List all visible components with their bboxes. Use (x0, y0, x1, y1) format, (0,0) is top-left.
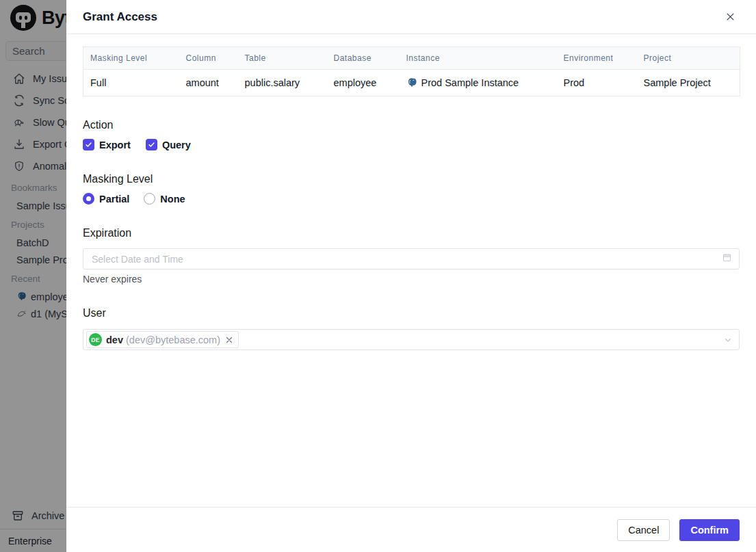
cell-environment: Prod (557, 70, 637, 96)
user-avatar: DE (89, 333, 102, 346)
cell-table: public.salary (238, 70, 327, 96)
query-checkbox[interactable]: Query (146, 139, 191, 150)
action-section-heading: Action (83, 119, 740, 131)
col-header-masking-level: Masking Level (83, 47, 179, 70)
user-section-heading: User (83, 307, 740, 319)
cell-masking-level: Full (83, 70, 179, 96)
cell-column: amount (179, 70, 238, 96)
user-name: dev (106, 334, 123, 345)
col-header-instance: Instance (400, 47, 557, 70)
masking-level-radio-group: Partial None (83, 193, 740, 205)
checkbox-checked-icon[interactable] (83, 139, 94, 150)
close-button[interactable] (720, 8, 740, 27)
col-header-database: Database (327, 47, 400, 70)
remove-user-icon[interactable] (225, 336, 233, 344)
dialog-footer: Cancel Confirm (66, 507, 756, 552)
table-row: Full amount public.salary employee Prod … (83, 70, 740, 96)
checkbox-checked-icon[interactable] (146, 139, 157, 150)
partial-radio[interactable]: Partial (83, 193, 129, 205)
confirm-button[interactable]: Confirm (679, 519, 740, 541)
cell-project: Sample Project (637, 70, 740, 96)
postgres-icon (406, 77, 417, 88)
expiration-section-heading: Expiration (83, 227, 740, 239)
cell-instance: Prod Sample Instance (400, 70, 557, 96)
action-checkbox-group: Export Query (83, 139, 740, 150)
masking-level-section-heading: Masking Level (83, 173, 740, 185)
col-header-environment: Environment (557, 47, 637, 70)
user-tag: DE dev (dev@bytebase.com) (86, 331, 239, 348)
radio-unselected-icon[interactable] (144, 193, 155, 205)
dialog-body: Masking Level Column Table Database Inst… (66, 34, 756, 507)
dialog-title: Grant Access (83, 10, 157, 24)
grant-access-dialog: Grant Access Masking Level Column Table … (66, 0, 756, 552)
cell-database: employee (327, 70, 400, 96)
user-email: (dev@bytebase.com) (126, 334, 220, 345)
dialog-header: Grant Access (66, 0, 756, 34)
grant-target-table: Masking Level Column Table Database Inst… (83, 47, 740, 96)
expiration-date-picker[interactable] (83, 248, 740, 270)
chevron-down-icon (723, 335, 733, 345)
table-header-row: Masking Level Column Table Database Inst… (83, 47, 740, 70)
col-header-table: Table (238, 47, 327, 70)
none-radio[interactable]: None (144, 193, 185, 205)
expiration-date-input[interactable] (92, 254, 722, 265)
col-header-project: Project (637, 47, 740, 70)
expiration-hint: Never expires (83, 274, 740, 285)
close-icon (725, 12, 735, 22)
export-checkbox[interactable]: Export (83, 139, 131, 150)
cancel-button[interactable]: Cancel (617, 519, 670, 541)
col-header-column: Column (179, 47, 238, 70)
calendar-icon (722, 252, 732, 265)
radio-selected-icon[interactable] (83, 193, 94, 205)
user-select[interactable]: DE dev (dev@bytebase.com) (83, 329, 740, 350)
